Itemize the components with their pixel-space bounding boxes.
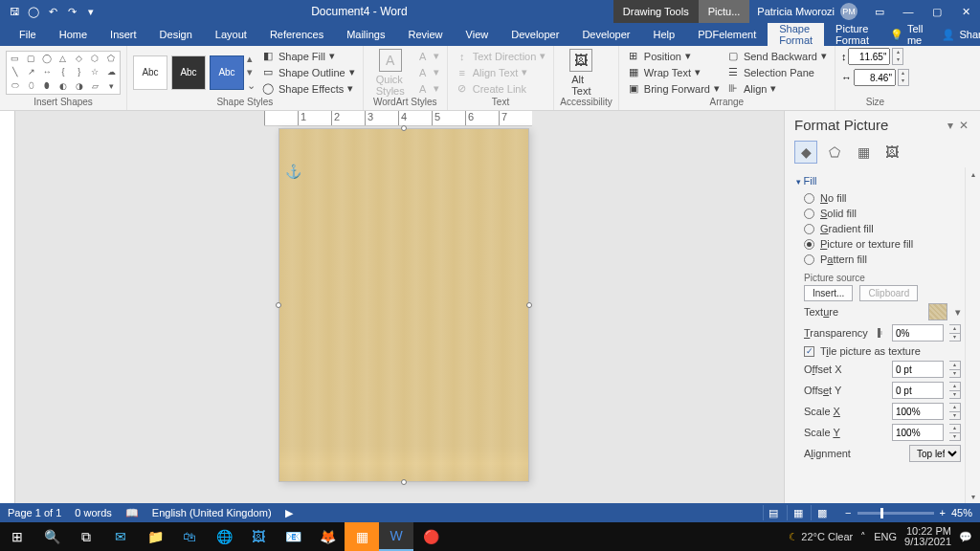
alignment-select[interactable]: Top left — [909, 445, 961, 462]
page-count[interactable]: Page 1 of 1 — [8, 507, 61, 518]
context-tab-drawing-tools[interactable]: Drawing Tools — [613, 0, 699, 23]
style-gallery[interactable]: Abc Abc Abc — [133, 55, 244, 90]
zoom-slider[interactable] — [858, 512, 934, 515]
option-gradient-fill[interactable]: Gradient fill — [796, 221, 978, 236]
shape-effects-button[interactable]: ◯Shape Effects ▾ — [259, 81, 357, 97]
insert-picture-button[interactable]: Insert... — [804, 285, 853, 301]
word-count[interactable]: 0 words — [75, 507, 112, 518]
option-solid-fill[interactable]: Solid fill — [796, 206, 978, 221]
mail-app-icon[interactable]: 📧 — [276, 522, 310, 551]
share-button[interactable]: 👤Share — [932, 23, 980, 46]
zoom-out-icon[interactable]: − — [845, 507, 851, 518]
document-area[interactable]: 1234567 ⚓ — [15, 111, 784, 503]
option-pattern-fill[interactable]: Pattern fill — [796, 252, 978, 267]
tab-developer-1[interactable]: Developer — [500, 23, 570, 46]
selection-pane-button[interactable]: ☰Selection Pane — [724, 65, 829, 80]
resize-handle-n[interactable] — [401, 125, 407, 131]
style-swatch-3[interactable]: Abc — [210, 55, 244, 90]
tab-view[interactable]: View — [455, 23, 501, 46]
tab-mailings[interactable]: Mailings — [335, 23, 396, 46]
transparency-spinner[interactable]: ▴▾ — [949, 324, 961, 342]
option-picture-fill[interactable]: Picture or texture fill — [796, 236, 978, 252]
clock[interactable]: 10:22 PM9/13/2021 — [904, 526, 951, 547]
resize-handle-s[interactable] — [401, 479, 407, 485]
transparency-input[interactable] — [892, 324, 944, 342]
tab-pdfelement[interactable]: PDFelement — [686, 23, 768, 46]
wrap-text-button[interactable]: ▦Wrap Text ▾ — [625, 65, 722, 80]
cat-layout-icon[interactable]: ▦ — [852, 141, 875, 164]
firefox-icon[interactable]: 🦊 — [310, 522, 345, 551]
zoom-level[interactable]: 45% — [951, 507, 972, 518]
zoom-in-icon[interactable]: + — [940, 507, 946, 518]
offset-y-input[interactable] — [892, 382, 944, 399]
search-icon[interactable]: 🔍 — [34, 522, 69, 551]
edge-icon[interactable]: 🌐 — [207, 522, 241, 551]
ime-indicator[interactable]: ENG — [874, 531, 897, 542]
cat-picture-icon[interactable]: 🖼 — [880, 141, 903, 164]
shape-fill-button[interactable]: ◧Shape Fill ▾ — [259, 49, 357, 64]
user-account[interactable]: Patricia Mworozi PM — [749, 3, 865, 20]
bring-forward-button[interactable]: ▣Bring Forward ▾ — [625, 81, 722, 97]
tab-review[interactable]: Review — [397, 23, 455, 46]
photos-icon[interactable]: 🖼 — [241, 522, 276, 551]
tab-references[interactable]: References — [258, 23, 335, 46]
weather-widget[interactable]: ☾ 22°C Clear — [789, 531, 853, 543]
tab-file[interactable]: File — [8, 23, 48, 46]
language-status[interactable]: English (United Kingdom) — [152, 507, 272, 518]
width-spinner[interactable]: ▴▾ — [898, 69, 909, 86]
shape-outline-button[interactable]: ▭Shape Outline ▾ — [259, 65, 357, 80]
shape-height-input[interactable] — [848, 48, 890, 65]
context-tab-picture-tools[interactable]: Pictu... — [699, 0, 750, 23]
cat-effects-icon[interactable]: ⬠ — [823, 141, 846, 164]
height-spinner[interactable]: ▴▾ — [892, 48, 903, 65]
tray-chevron-icon[interactable]: ˄ — [860, 531, 866, 543]
chrome-icon[interactable]: 🔴 — [413, 522, 448, 551]
tab-home[interactable]: Home — [48, 23, 99, 46]
offset-x-input[interactable] — [892, 361, 944, 378]
offset-y-spinner[interactable]: ▴▾ — [949, 382, 961, 399]
resize-handle-w[interactable] — [276, 302, 281, 308]
scale-x-spinner[interactable]: ▴▾ — [949, 403, 961, 420]
minimize-icon[interactable]: — — [894, 0, 923, 23]
redo-icon[interactable]: ↷ — [63, 3, 80, 20]
align-objects-button[interactable]: ⊪Align ▾ — [724, 81, 829, 97]
mail-icon[interactable]: ✉ — [103, 522, 138, 551]
undo-icon[interactable]: ↶ — [44, 3, 61, 20]
shapes-gallery[interactable]: ▭▢◯△◇⬡⬠ ╲↗↔{}☆☁ ⬭⬯⬮◐◑▱▾ — [6, 51, 121, 95]
tab-layout[interactable]: Layout — [204, 23, 258, 46]
vertical-ruler[interactable] — [0, 111, 15, 503]
word-icon[interactable]: W — [379, 522, 413, 551]
shape-width-input[interactable] — [854, 69, 896, 86]
close-icon[interactable]: ✕ — [951, 0, 980, 23]
task-view-icon[interactable]: ⧉ — [69, 522, 103, 551]
scale-y-spinner[interactable]: ▴▾ — [949, 424, 961, 441]
alt-text-button[interactable]: 🖼Alt Text — [560, 49, 602, 97]
customize-qat-icon[interactable]: ▾ — [82, 3, 100, 20]
view-web-icon[interactable]: ▩ — [811, 505, 832, 520]
tab-developer-2[interactable]: Developer — [570, 23, 641, 46]
view-read-icon[interactable]: ▤ — [763, 505, 784, 520]
view-print-icon[interactable]: ▦ — [787, 505, 808, 520]
ribbon-options-icon[interactable]: ▭ — [865, 0, 894, 23]
tab-insert[interactable]: Insert — [99, 23, 148, 46]
transparency-slider[interactable] — [878, 331, 882, 335]
autosave-icon[interactable]: ◯ — [25, 3, 42, 20]
start-icon[interactable]: ⊞ — [0, 522, 34, 551]
scale-x-input[interactable] — [892, 403, 944, 420]
cat-fill-line-icon[interactable]: ◆ — [794, 141, 817, 164]
tile-checkbox[interactable]: ✓Tile picture as texture — [796, 343, 978, 359]
maximize-icon[interactable]: ▢ — [923, 0, 951, 23]
tab-shape-format[interactable]: Shape Format — [768, 23, 824, 46]
style-swatch-1[interactable]: Abc — [133, 55, 167, 90]
store-icon[interactable]: 🛍 — [172, 522, 207, 551]
notifications-icon[interactable]: 💬 — [959, 531, 972, 543]
resize-handle-e[interactable] — [526, 302, 532, 308]
option-no-fill[interactable]: No fill — [796, 190, 978, 206]
document-page[interactable]: ⚓ — [278, 128, 529, 482]
scale-y-input[interactable] — [892, 424, 944, 441]
save-icon[interactable]: 🖫 — [6, 3, 23, 20]
pane-options-icon[interactable]: ▾ — [944, 119, 957, 132]
texture-swatch[interactable] — [928, 303, 947, 320]
section-fill[interactable]: Fill — [796, 171, 978, 190]
app-icon-orange[interactable]: ▦ — [345, 522, 379, 551]
